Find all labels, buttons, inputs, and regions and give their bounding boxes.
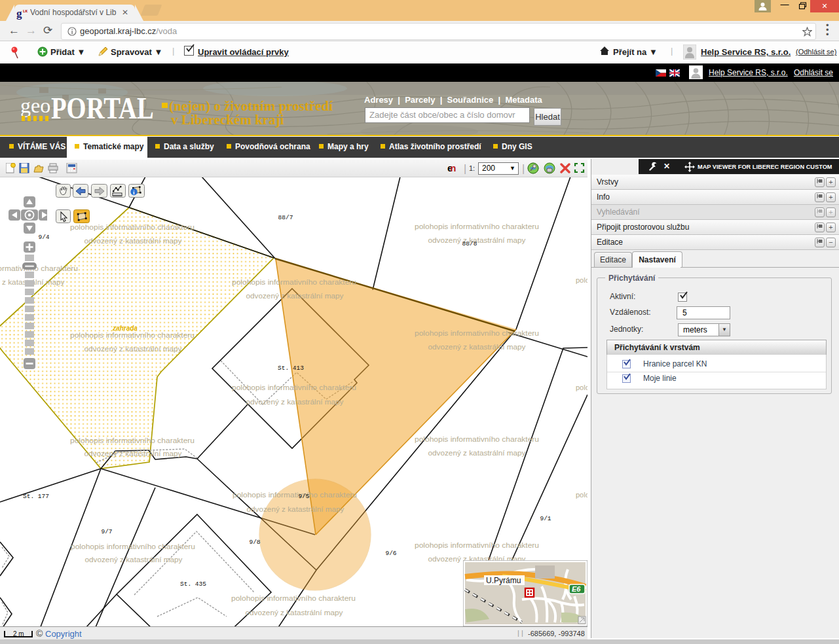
svg-text:odvozený z katastrální mapy: odvozený z katastrální mapy: [428, 343, 527, 351]
svg-text:odvozený z katastrální mapy: odvozený z katastrální mapy: [246, 609, 344, 617]
svg-text:polohopis informativního chara: polohopis informativního charakteru: [415, 435, 539, 443]
svg-text:odvozený z katastrální mapy: odvozený z katastrální mapy: [84, 450, 183, 457]
svg-text:polohopis informativního chara: polohopis informativního charakteru: [415, 329, 539, 337]
svg-text:polohopis: polohopis: [576, 491, 587, 499]
svg-text:St. 177: St. 177: [23, 493, 49, 500]
svg-text:polohopis informativního chara: polohopis informativního charakteru: [232, 278, 356, 286]
svg-text:odvozený z katastrální mapy: odvozený z katastrální mapy: [85, 556, 183, 564]
svg-text:9/5: 9/5: [298, 493, 309, 500]
svg-text:2 m: 2 m: [13, 630, 24, 637]
svg-text:9/7: 9/7: [101, 528, 112, 535]
svg-text:odvozený z katastrální mapy: odvozený z katastrální mapy: [84, 237, 183, 245]
svg-text:polohopis informativního chara: polohopis informativního charakteru: [70, 437, 195, 444]
svg-text:ʟᴋ: ʟᴋ: [23, 9, 28, 13]
svg-text:polohopis informativního chara: polohopis informativního charakteru: [415, 223, 539, 230]
svg-text:St. 435: St. 435: [180, 581, 206, 588]
svg-text:polohopis informativního chara: polohopis informativního charakteru: [71, 543, 195, 550]
svg-text:88/8: 88/8: [462, 240, 477, 247]
svg-text:zahrada: zahrada: [112, 325, 138, 332]
svg-text:9/1: 9/1: [540, 515, 551, 522]
svg-text:St. 413: St. 413: [278, 365, 304, 372]
svg-text:polohopis: polohopis: [576, 384, 587, 391]
svg-text:odvozený z katastrální mapy: odvozený z katastrální mapy: [246, 292, 345, 300]
svg-text:polohopis informativního chara: polohopis informativního charakteru: [232, 384, 356, 391]
svg-text:odvozený z katastrální mapy: odvozený z katastrální mapy: [246, 398, 345, 406]
svg-text:polohopis informativního chara: polohopis informativního charakteru: [233, 491, 357, 499]
svg-text:odvozený z katastrální mapy: odvozený z katastrální mapy: [84, 345, 183, 353]
svg-text:polohopis: polohopis: [576, 276, 587, 284]
svg-text:polohopis informativního chara: polohopis informativního charakteru: [231, 594, 356, 602]
svg-text:odvozený z katastrální mapy: odvozený z katastrální mapy: [428, 449, 527, 457]
svg-text:polohopis informativního chara: polohopis informativního charakteru: [70, 331, 195, 339]
svg-text:U.Pyrámu: U.Pyrámu: [486, 576, 521, 585]
svg-text:odvozený z katastrální mapy: odvozený z katastrální mapy: [247, 505, 345, 513]
svg-text:88/7: 88/7: [278, 214, 293, 221]
svg-text:9/6: 9/6: [385, 550, 396, 557]
svg-text:polohopis informativního chara: polohopis informativního charakteru: [415, 541, 539, 549]
svg-text:9/8: 9/8: [249, 539, 260, 546]
svg-text:g: g: [16, 7, 22, 20]
svg-text:E6: E6: [572, 585, 581, 593]
